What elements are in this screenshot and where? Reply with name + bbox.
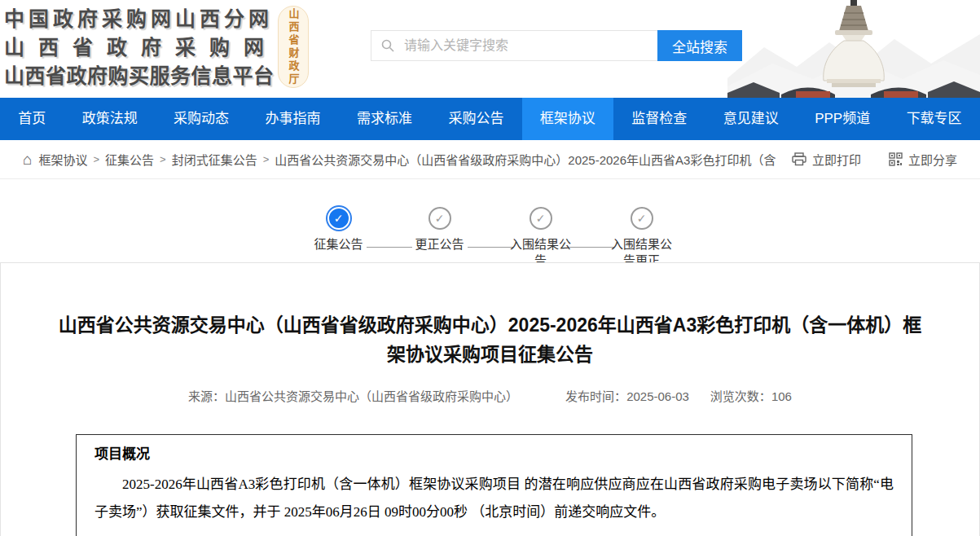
views-label: 浏览次数： [710,389,771,403]
print-button[interactable]: 立即打印 [792,151,861,168]
home-icon[interactable]: ⌂ [23,152,32,167]
page-actions: 立即打印 立即分享 [792,151,957,168]
step-label: 入围结果公告 [508,236,574,262]
nav-item-ppp-channel[interactable]: PPP频道 [797,98,888,140]
publish-label: 发布时间： [565,389,626,403]
site-logo: 中国政府采购网山西分网 山西省政府采购网 山西省政府购买服务信息平台 [4,5,278,90]
logo-line-3: 山西省政府购买服务信息平台 [4,62,278,90]
logo-line-1: 中国政府采购网山西分网 [4,5,278,33]
nav-item-framework-agreement[interactable]: 框架协议 [522,98,613,140]
article-view-count: 浏览次数：106 [710,389,792,405]
search-input[interactable] [371,30,657,61]
step-connector [367,247,412,248]
step-collection-notice[interactable]: ✓ 征集公告 [313,207,365,262]
check-icon: ✓ [631,207,653,230]
check-icon: ✓ [327,207,350,230]
step-label: 入围结果公告更正 [609,236,675,262]
notice-progress-section: ✓ 征集公告 ✓ 更正公告 ✓ 入围结果公告 ✓ 入围结果公告更正 [0,179,980,262]
print-label: 立即打印 [812,151,861,168]
site-search-button[interactable]: 全站搜索 [657,30,742,61]
step-shortlist-result-notice[interactable]: ✓ 入围结果公告 [515,207,567,262]
project-overview-body: 2025-2026年山西省A3彩色打印机（含一体机）框架协议采购项目 的潜在响应… [94,471,894,526]
breadcrumb-framework-agreement[interactable]: 框架协议 [38,151,87,168]
step-label: 更正公告 [407,236,473,253]
nav-item-service-guide[interactable]: 办事指南 [248,98,339,140]
breadcrumb-separator: > [160,153,166,165]
printer-icon [792,152,806,166]
publish-value: 2025-06-03 [626,389,689,403]
finance-department-seal: 山西省财政厅 [278,6,309,88]
nav-item-home[interactable]: 首页 [0,98,64,140]
nav-item-procurement-news[interactable]: 采购动态 [156,98,247,140]
check-icon: ✓ [428,207,451,230]
article-title: 山西省公共资源交易中心（山西省省级政府采购中心）2025-2026年山西省A3彩… [52,310,928,369]
breadcrumb-current-page: 山西省公共资源交易中心（山西省省级政府采购中心）2025-2026年山西省A3彩… [275,151,776,168]
article-meta: 来源：山西省公共资源交易中心（山西省省级政府采购中心） 发布时间：2025-06… [1,389,979,405]
pagoda-illustration [727,0,980,98]
logo-line-2: 山西省政府采购网 [4,33,278,62]
article-source: 来源：山西省公共资源交易中心（山西省省级政府采购中心） [188,389,518,405]
step-shortlist-result-correction[interactable]: ✓ 入围结果公告更正 [616,207,668,262]
share-button[interactable]: 立即分享 [889,151,957,168]
breadcrumb-collection-notice[interactable]: 征集公告 [105,151,154,168]
step-connector [569,247,614,248]
nav-item-policies[interactable]: 政策法规 [64,98,156,140]
site-header: 中国政府采购网山西分网 山西省政府采购网 山西省政府购买服务信息平台 山西省财政… [0,0,980,98]
source-label: 来源： [188,389,225,403]
breadcrumb-separator: > [94,153,100,165]
project-overview-heading: 项目概况 [94,445,894,464]
site-search: 全站搜索 [371,30,742,61]
project-overview-box: 项目概况 2025-2026年山西省A3彩色打印机（含一体机）框架协议采购项目 … [76,434,912,536]
step-label: 征集公告 [305,236,372,253]
article-publish-time: 发布时间：2025-06-03 [565,389,689,405]
nav-item-demand-standards[interactable]: 需求标准 [339,98,430,140]
views-value: 106 [771,389,792,403]
step-connector [468,247,513,248]
check-icon: ✓ [530,207,552,230]
step-correction-notice[interactable]: ✓ 更正公告 [414,207,466,262]
breadcrumb: ⌂ 框架协议 > 征集公告 > 封闭式征集公告 > 山西省公共资源交易中心（山西… [23,151,776,168]
breadcrumb-bar: ⌂ 框架协议 > 征集公告 > 封闭式征集公告 > 山西省公共资源交易中心（山西… [0,140,980,179]
qrcode-icon [889,152,903,166]
nav-item-supervision[interactable]: 监督检查 [613,98,705,140]
main-nav: 首页 政策法规 采购动态 办事指南 需求标准 采购公告 框架协议 监督检查 意见… [0,98,980,140]
share-label: 立即分享 [908,151,957,168]
nav-item-downloads[interactable]: 下载专区 [889,98,980,140]
nav-item-feedback[interactable]: 意见建议 [705,98,797,140]
search-icon [381,39,394,52]
source-value: 山西省公共资源交易中心（山西省省级政府采购中心） [225,389,518,403]
nav-item-procurement-notices[interactable]: 采购公告 [430,98,521,140]
article-panel: 山西省公共资源交易中心（山西省省级政府采购中心）2025-2026年山西省A3彩… [0,262,980,536]
notice-progress-steps: ✓ 征集公告 ✓ 更正公告 ✓ 入围结果公告 ✓ 入围结果公告更正 [0,179,980,262]
breadcrumb-closed-collection-notice[interactable]: 封闭式征集公告 [172,151,257,168]
breadcrumb-separator: > [263,153,270,165]
